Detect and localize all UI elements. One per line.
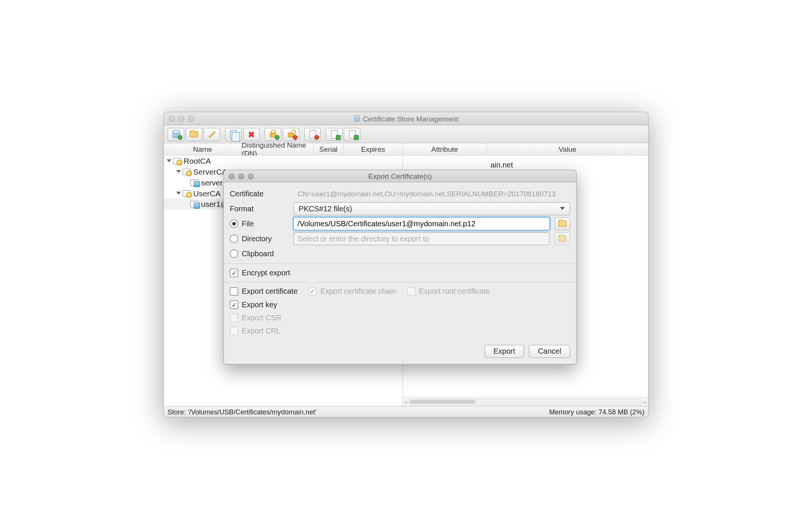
label-export-chain: Export certificate chain <box>320 287 396 296</box>
attributes-hscroll[interactable]: ◃ ▹ <box>403 397 648 406</box>
status-memory: Memory usage: 74.58 MB (2%) <box>549 408 645 415</box>
disclosure-triangle-icon[interactable] <box>176 192 181 195</box>
main-titlebar: Certificate Store Management <box>164 112 648 126</box>
checkbox-encrypt[interactable] <box>230 269 238 277</box>
dialog-min-dot[interactable] <box>238 173 244 179</box>
radio-directory[interactable] <box>230 234 238 242</box>
col-value[interactable]: Value <box>487 143 648 155</box>
scroll-thumb[interactable] <box>410 400 476 404</box>
radio-clipboard[interactable] <box>230 249 238 257</box>
export-key-row[interactable]: Export key <box>230 298 570 311</box>
status-store: Store: '/Volumes/USB/Certificates/mydoma… <box>167 408 316 415</box>
checkbox-export-csr <box>230 314 238 322</box>
scroll-right-icon[interactable]: ▹ <box>644 399 647 405</box>
certificate-icon <box>182 190 191 197</box>
zoom-dot[interactable] <box>188 115 194 121</box>
col-attribute[interactable]: Attribute <box>403 143 487 155</box>
export-crl-row: Export CRL <box>230 324 570 338</box>
certificate-key-icon <box>190 179 199 186</box>
statusbar: Store: '/Volumes/USB/Certificates/mydoma… <box>164 406 648 417</box>
certificate-icon <box>173 157 181 164</box>
checkbox-export-key[interactable] <box>230 300 238 309</box>
scroll-left-icon[interactable]: ◃ <box>404 399 407 405</box>
dialog-title: Export Certificate(s) <box>368 172 432 180</box>
export-button[interactable] <box>344 127 361 140</box>
export-cert-row[interactable]: Export certificate <box>230 285 298 298</box>
label-export-crl: Export CRL <box>242 327 281 335</box>
checkbox-export-crl <box>230 327 238 335</box>
export-button[interactable]: Export <box>485 345 524 358</box>
label-export-cert: Export certificate <box>242 287 298 296</box>
certificate-key-icon <box>190 201 199 208</box>
delete-button[interactable]: ✖ <box>243 127 260 140</box>
label-export-key: Export key <box>242 300 278 309</box>
disclosure-triangle-icon[interactable] <box>176 170 181 173</box>
dialog-zoom-dot[interactable] <box>248 173 254 179</box>
disclosure-triangle-icon[interactable] <box>167 159 172 162</box>
chevron-down-icon <box>560 207 565 210</box>
col-dn[interactable]: Distinguished Name (DN) <box>242 143 314 155</box>
cancel-button[interactable]: Cancel <box>529 345 570 358</box>
import-button[interactable] <box>326 127 343 140</box>
format-combo[interactable]: PKCS#12 file(s) <box>293 202 570 215</box>
label-directory: Directory <box>242 234 272 242</box>
col-name[interactable]: Name <box>164 143 242 155</box>
attr-row: ain.net <box>403 159 648 171</box>
right-column-header: Attribute Value <box>403 143 648 155</box>
export-dialog: Export Certificate(s) Certificate CN=use… <box>223 170 577 365</box>
left-column-header: Name Distinguished Name (DN) Serial Expi… <box>164 143 403 155</box>
label-export-csr: Export CSR <box>242 314 282 322</box>
copy-button[interactable] <box>225 127 242 140</box>
checkbox-export-chain <box>308 287 316 296</box>
label-format: Format <box>230 204 289 212</box>
dialog-titlebar: Export Certificate(s) <box>224 170 576 182</box>
file-path-input[interactable] <box>293 217 550 230</box>
col-serial[interactable]: Serial <box>314 143 344 155</box>
minimize-dot[interactable] <box>178 115 184 121</box>
certificate-icon <box>182 168 191 175</box>
col-expires[interactable]: Expires <box>344 143 403 155</box>
label-certificate: Certificate <box>230 189 289 197</box>
export-root-row: Export root certificate <box>407 285 490 298</box>
export-chain-row: Export certificate chain <box>308 285 396 298</box>
folder-icon <box>558 235 566 241</box>
scroll-track[interactable] <box>408 399 643 405</box>
lock-open-button[interactable] <box>282 127 299 140</box>
toolbar: ✖ <box>164 126 648 143</box>
export-csr-row: Export CSR <box>230 311 570 324</box>
tree-label: ServerCA <box>193 167 227 176</box>
encrypt-row[interactable]: Encrypt export <box>230 266 570 279</box>
checkbox-export-root <box>407 287 415 296</box>
radio-file[interactable] <box>230 219 238 227</box>
open-store-button[interactable] <box>185 127 202 140</box>
edit-store-button[interactable] <box>203 127 220 140</box>
traffic-lights <box>169 115 194 121</box>
new-store-button[interactable] <box>167 127 184 140</box>
window-title: Certificate Store Management <box>363 114 458 123</box>
revoke-button[interactable] <box>304 127 321 140</box>
browse-directory-button[interactable] <box>555 232 570 245</box>
lock-add-button[interactable] <box>264 127 281 140</box>
tree-label: RootCA <box>184 156 211 165</box>
tree-row-rootca[interactable]: RootCA <box>164 155 403 166</box>
tree-label: UserCA <box>193 189 221 198</box>
browse-file-button[interactable] <box>555 217 570 230</box>
label-clipboard: Clipboard <box>242 249 274 257</box>
format-value: PKCS#12 file(s) <box>299 204 352 212</box>
directory-path-input[interactable] <box>293 232 550 245</box>
checkbox-export-cert[interactable] <box>230 287 238 296</box>
label-export-root: Export root certificate <box>419 287 490 296</box>
certificate-value: CN=user1@mydomain.net,OU=mydomain.net,SE… <box>293 187 570 200</box>
label-encrypt: Encrypt export <box>242 269 290 277</box>
close-dot[interactable] <box>169 115 175 121</box>
folder-icon <box>558 220 566 226</box>
database-icon <box>354 115 360 122</box>
label-file: File <box>242 219 254 227</box>
dialog-close-dot[interactable] <box>228 173 234 179</box>
